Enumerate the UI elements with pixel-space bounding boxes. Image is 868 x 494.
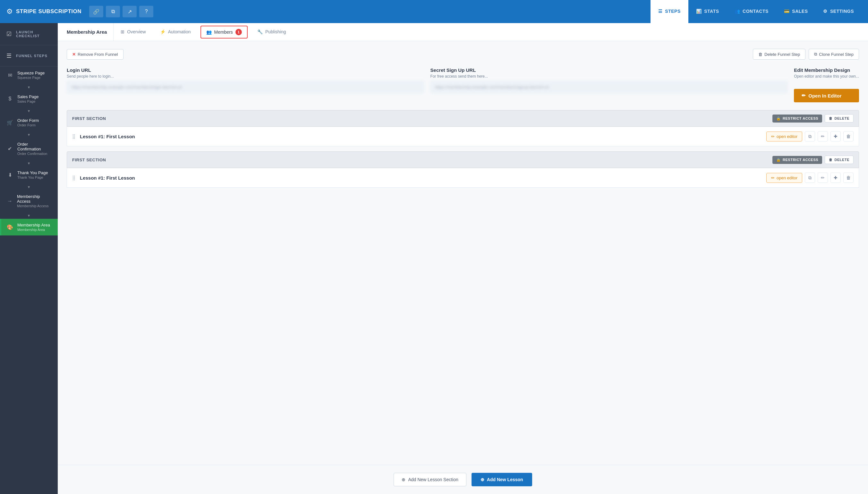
restrict-access-button-1[interactable]: 🔒 RESTRICT ACCESS xyxy=(772,115,823,122)
trash-icon-lesson: 🗑 xyxy=(846,134,851,139)
tab-members[interactable]: 👥 Members 1 xyxy=(200,26,248,38)
thank-you-subtitle: Thank You Page xyxy=(17,175,48,179)
order-conf-title: Order Confirmation xyxy=(17,142,53,151)
tab-sales[interactable]: 💳 SALES xyxy=(776,0,816,23)
drag-handle-icon[interactable]: ⣿ xyxy=(72,134,75,139)
add-new-lesson-section-button[interactable]: ⊕ Add New Lesson Section xyxy=(393,473,466,486)
membership-access-subtitle: Membership Access xyxy=(17,204,53,208)
login-url-input[interactable]: https://membership.example.com/members/l… xyxy=(67,81,424,93)
action-row-right: 🗑 Delete Funnel Step ⧉ Clone Funnel Step xyxy=(753,49,859,60)
sidebar-item-sales[interactable]: $ Sales Page Sales Page xyxy=(0,91,58,107)
add-lesson-button-2[interactable]: ✚ xyxy=(830,173,841,183)
wrench-icon: 🔧 xyxy=(257,29,263,34)
lesson-row-1: ⣿ Lesson #1: First Lesson ✏ open editor … xyxy=(67,127,859,146)
envelope-icon: ✉ xyxy=(6,72,14,78)
edit-design-sublabel: Open editor and make this your own... xyxy=(794,74,859,79)
order-conf-subtitle: Order Confirmation xyxy=(17,152,53,156)
content-area: Membership Area ⊞ Overview ⚡ Automation … xyxy=(58,23,868,494)
order-form-title: Order Form xyxy=(17,118,39,123)
members-badge: 1 xyxy=(235,29,242,35)
duplicate-lesson-button-2[interactable]: ⧉ xyxy=(805,173,815,183)
sidebar-item-order-form[interactable]: 🛒 Order Form Order Form xyxy=(0,114,58,131)
trash-icon-section-2: 🗑 xyxy=(829,158,833,162)
top-nav-tabs: ☰ STEPS 📊 STATS 👥 CONTACTS 💳 SALES ⚙ SET… xyxy=(651,0,862,23)
copy-icon-button[interactable]: ⧉ xyxy=(106,6,120,17)
sidebar-item-membership-area[interactable]: 🎨 Membership Area Membership Area xyxy=(0,219,58,235)
lock-icon-2: 🔒 xyxy=(776,158,781,162)
duplicate-lesson-button-1[interactable]: ⧉ xyxy=(805,131,815,141)
external-icon-button[interactable]: ↗ xyxy=(122,6,137,17)
drag-handle-icon-2[interactable]: ⣿ xyxy=(72,175,75,180)
order-form-subtitle: Order Form xyxy=(17,123,39,127)
remove-from-funnel-button[interactable]: ✕ Remove From Funnel xyxy=(67,49,123,60)
open-in-editor-button[interactable]: ✏ Open In Editor xyxy=(794,89,859,102)
download-icon: ⬇ xyxy=(6,172,14,178)
x-icon: ✕ xyxy=(72,52,76,57)
delete-lesson-button-1[interactable]: 🗑 xyxy=(843,131,853,141)
checklist-icon: ☑ xyxy=(6,31,12,38)
edit-lesson-button-1[interactable]: ✏ xyxy=(818,131,828,141)
clone-funnel-step-button[interactable]: ⧉ Clone Funnel Step xyxy=(809,49,859,60)
action-row-left: ✕ Remove From Funnel xyxy=(67,49,123,60)
sidebar-item-squeeze[interactable]: ✉ Squeeze Page Squeeze Page xyxy=(0,67,58,83)
section-1-title: FIRST SECTION xyxy=(72,116,106,121)
sales-icon: 💳 xyxy=(784,9,790,14)
plus-lesson-icon: ⊕ xyxy=(481,477,484,482)
launch-checklist-label: LAUNCH CHECKLIST xyxy=(16,30,51,38)
top-navigation: ⚙ STRIPE SUBSCRIPTION 🔗 ⧉ ↗ ? ☰ STEPS 📊 … xyxy=(0,0,868,23)
action-row: ✕ Remove From Funnel 🗑 Delete Funnel Ste… xyxy=(67,49,859,60)
add-lesson-button-1[interactable]: ✚ xyxy=(830,131,841,141)
sidebar-item-thank-you[interactable]: ⬇ Thank You Page Thank You Page xyxy=(0,167,58,183)
edit-icon-lesson: ✏ xyxy=(821,134,825,139)
tab-overview[interactable]: ⊞ Overview xyxy=(114,23,153,41)
funnel-steps-row: ☰ FUNNEL STEPS xyxy=(0,45,58,67)
open-editor-small-button-2[interactable]: ✏ open editor xyxy=(766,173,802,183)
tab-automation[interactable]: ⚡ Automation xyxy=(153,23,198,41)
login-icon: → xyxy=(6,198,13,204)
tab-publishing[interactable]: 🔧 Publishing xyxy=(250,23,293,41)
trash-icon-section: 🗑 xyxy=(829,116,833,120)
tab-contacts[interactable]: 👥 CONTACTS xyxy=(727,0,776,23)
copy-icon-lesson: ⧉ xyxy=(808,134,812,139)
arrow-down-icon: ▼ xyxy=(27,85,31,89)
edit-lesson-button-2[interactable]: ✏ xyxy=(818,173,828,183)
delete-funnel-step-button[interactable]: 🗑 Delete Funnel Step xyxy=(753,49,806,60)
lesson-section-1: FIRST SECTION 🔒 RESTRICT ACCESS 🗑 DELETE xyxy=(67,110,859,146)
squeeze-title: Squeeze Page xyxy=(17,71,44,75)
clone-icon: ⧉ xyxy=(814,52,817,57)
add-new-lesson-button[interactable]: ⊕ Add New Lesson xyxy=(471,473,532,486)
delete-lesson-button-2[interactable]: 🗑 xyxy=(843,173,853,183)
lesson-row-2: ⣿ Lesson #1: First Lesson ✏ open editor … xyxy=(67,168,859,188)
edit-icon-lesson-2: ✏ xyxy=(821,175,825,180)
section-1-header: FIRST SECTION 🔒 RESTRICT ACCESS 🗑 DELETE xyxy=(67,110,859,127)
delete-section-button-2[interactable]: 🗑 DELETE xyxy=(825,156,853,164)
tab-stats[interactable]: 📊 STATS xyxy=(688,0,727,23)
page-content: ✕ Remove From Funnel 🗑 Delete Funnel Ste… xyxy=(58,41,868,465)
membership-access-title: Membership Access xyxy=(17,194,53,204)
help-icon-button[interactable]: ? xyxy=(139,6,153,17)
sidebar-item-membership-access[interactable]: → Membership Access Membership Access xyxy=(0,190,58,212)
section-1-actions: 🔒 RESTRICT ACCESS 🗑 DELETE xyxy=(772,114,853,122)
overview-grid-icon: ⊞ xyxy=(121,29,124,34)
launch-checklist-row[interactable]: ☑ LAUNCH CHECKLIST xyxy=(0,23,58,45)
tab-settings[interactable]: ⚙ SETTINGS xyxy=(815,0,862,23)
trash-icon: 🗑 xyxy=(758,52,763,57)
checkmark-icon: ✔ xyxy=(6,146,14,152)
restrict-access-button-2[interactable]: 🔒 RESTRICT ACCESS xyxy=(772,156,823,164)
secret-signup-input[interactable]: https://membership.example.com/members/s… xyxy=(430,81,788,93)
login-url-sublabel: Send people here to login... xyxy=(67,74,424,79)
membership-area-subtitle: Membership Area xyxy=(17,228,50,232)
secret-signup-sublabel: For free access send them here... xyxy=(430,74,788,79)
edit-membership-design-block: Edit Membership Design Open editor and m… xyxy=(794,68,859,102)
sidebar-item-order-confirmation[interactable]: ✔ Order Confirmation Order Confirmation xyxy=(0,138,58,159)
dollar-icon: $ xyxy=(6,96,14,102)
lesson-section-2: FIRST SECTION 🔒 RESTRICT ACCESS 🗑 DELETE xyxy=(67,151,859,188)
login-url-block: Login URL Send people here to login... h… xyxy=(67,68,424,102)
steps-icon: ☰ xyxy=(658,9,663,14)
delete-section-button-1[interactable]: 🗑 DELETE xyxy=(825,114,853,122)
open-editor-small-button-1[interactable]: ✏ open editor xyxy=(766,132,802,141)
tab-steps[interactable]: ☰ STEPS xyxy=(651,0,688,23)
section-2-actions: 🔒 RESTRICT ACCESS 🗑 DELETE xyxy=(772,156,853,164)
link-icon-button[interactable]: 🔗 xyxy=(89,6,103,17)
arrow-down-icon: ▼ xyxy=(27,185,31,189)
